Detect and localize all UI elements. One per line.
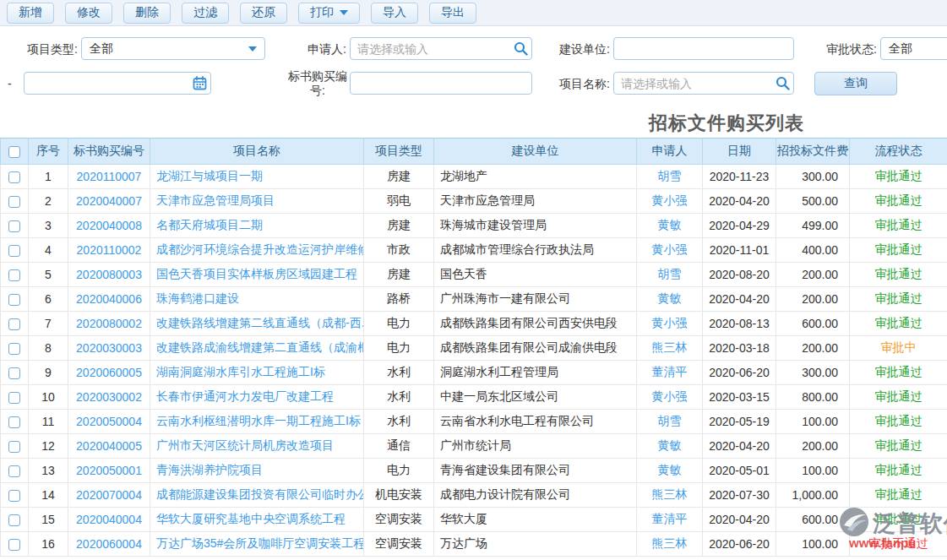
applicant-link[interactable]: 黄小强 xyxy=(652,242,688,256)
toolbar-button[interactable]: 过滤 xyxy=(182,3,229,24)
applicant-cell: 黄小强 xyxy=(637,189,703,214)
approval-status-select[interactable]: 全部 xyxy=(880,37,947,60)
bid-purchase-code-link[interactable]: 2020040004 xyxy=(76,513,142,526)
project-name-link[interactable]: 华软大厦研究基地中央空调系统工程 xyxy=(156,512,346,525)
toolbar-button[interactable]: 导出 xyxy=(429,3,476,24)
applicant-link[interactable]: 黄小强 xyxy=(652,193,688,207)
bid-purchase-code-link[interactable]: 2020040005 xyxy=(76,439,142,453)
row-checkbox[interactable] xyxy=(8,514,20,526)
status-badge: 审批通过 xyxy=(875,463,923,476)
project-name-link[interactable]: 龙湖江与城项目一期 xyxy=(156,169,263,182)
construction-unit-cell: 成都铁路集团有限公司西安供电段 xyxy=(434,312,637,336)
bid-purchase-code-link[interactable]: 2020060004 xyxy=(76,537,142,551)
applicant-link[interactable]: 胡雪 xyxy=(658,414,682,427)
bid-purchase-code-link[interactable]: 2020050001 xyxy=(76,464,142,477)
row-checkbox[interactable] xyxy=(8,441,20,453)
project-name-link[interactable]: 长春市伊通河水力发电厂改建工程 xyxy=(156,389,334,403)
row-checkbox[interactable] xyxy=(8,490,20,502)
applicant-link[interactable]: 胡雪 xyxy=(658,169,682,182)
project-name-link[interactable]: 青海洪湖养护院项目 xyxy=(156,463,263,476)
project-name-link[interactable]: 广州市天河区统计局机房改造项目 xyxy=(156,438,334,452)
row-checkbox[interactable] xyxy=(8,367,20,379)
search-icon[interactable] xyxy=(771,76,793,90)
toolbar-button[interactable]: 新增 xyxy=(7,3,54,24)
applicant-link[interactable]: 黄小强 xyxy=(652,389,688,403)
bid-purchase-code-link[interactable]: 2020080003 xyxy=(76,268,142,281)
query-button[interactable]: 查询 xyxy=(814,72,897,95)
project-name-link[interactable]: 天津市应急管理局项目 xyxy=(156,193,275,207)
applicant-link[interactable]: 黄小强 xyxy=(652,316,688,329)
row-checkbox[interactable] xyxy=(8,318,20,330)
bid-purchase-code-link[interactable]: 2020040006 xyxy=(76,292,142,306)
bid-purchase-code-link[interactable]: 2020110002 xyxy=(77,243,142,257)
row-checkbox[interactable] xyxy=(8,343,20,355)
fee-cell: 300.00 xyxy=(776,361,850,385)
search-icon[interactable] xyxy=(509,41,531,56)
bid-purchase-code-link[interactable]: 2020040007 xyxy=(76,194,142,208)
applicant-link[interactable]: 胡雪 xyxy=(658,267,682,280)
date-input[interactable] xyxy=(24,73,188,94)
bid-purchase-no-input[interactable] xyxy=(351,73,531,94)
project-name-link[interactable]: 湖南洞庭湖水库引水工程施工I标 xyxy=(156,365,325,378)
construction-unit-cell: 成都城市管理综合行政执法局 xyxy=(434,238,637,263)
project-name-link[interactable]: 万达广场35#会所及咖啡厅空调安装工程 xyxy=(156,536,364,550)
applicant-link[interactable]: 董清平 xyxy=(652,512,688,525)
applicant-link[interactable]: 熊三林 xyxy=(652,536,688,550)
row-checkbox[interactable] xyxy=(8,539,20,551)
project-name-cell: 改建铁路成渝线增建第二直通线（成渝枢... xyxy=(150,336,364,361)
select-all-header-cell xyxy=(1,139,29,165)
page-title: 招标文件购买列表 xyxy=(591,111,862,136)
toolbar-button[interactable]: 还原 xyxy=(240,3,287,24)
project-name-link[interactable]: 云南水利枢纽潜明水库一期工程施工I标 xyxy=(156,414,361,427)
project-name-link[interactable]: 成都能源建设集团投资有限公司临时办公... xyxy=(156,487,364,501)
construction-unit-cell: 广州珠海市一建有限公司 xyxy=(434,287,637,312)
bid-purchase-code-link[interactable]: 2020030003 xyxy=(76,341,142,355)
toolbar-button[interactable]: 导入 xyxy=(371,3,418,24)
calendar-icon[interactable] xyxy=(188,76,210,90)
row-checkbox[interactable] xyxy=(8,220,20,232)
project-name-link[interactable]: 国色天香项目实体样板房区域园建工程 xyxy=(156,267,357,280)
applicant-link[interactable]: 黄敏 xyxy=(658,463,682,476)
bid-purchase-code-link[interactable]: 2020030002 xyxy=(76,390,142,404)
project-name-input[interactable] xyxy=(614,73,771,94)
toolbar-button[interactable]: 删除 xyxy=(123,3,171,24)
applicant-link[interactable]: 董清平 xyxy=(652,365,688,378)
project-name-link[interactable]: 改建铁路线增建第二线直通线（成都-西... xyxy=(156,316,364,329)
project-type-select[interactable]: 全部 xyxy=(81,37,265,60)
applicant-link[interactable]: 黄敏 xyxy=(658,218,682,231)
row-checkbox[interactable] xyxy=(8,294,20,306)
project-name-link[interactable]: 名都天府城项目二期 xyxy=(156,218,263,231)
row-checkbox[interactable] xyxy=(8,196,20,208)
project-name-link[interactable]: 改建铁路成渝线增建第二直通线（成渝枢... xyxy=(156,340,364,354)
fee-cell: 400.00 xyxy=(776,238,850,263)
applicant-link[interactable]: 熊三林 xyxy=(652,340,688,354)
row-checkbox[interactable] xyxy=(8,465,20,477)
toolbar-button[interactable]: 打印 xyxy=(298,3,360,24)
select-all-checkbox[interactable] xyxy=(8,146,20,158)
construction-unit-input[interactable] xyxy=(614,38,793,59)
table-row: 52020080003国色天香项目实体样板房区域园建工程房建国色天香胡雪2020… xyxy=(1,263,947,287)
status-badge: 审批通过 xyxy=(875,218,923,231)
project-name-link[interactable]: 珠海鹤港口建设 xyxy=(156,291,239,305)
applicant-link[interactable]: 熊三林 xyxy=(652,487,688,501)
bid-purchase-code-cell: 2020040007 xyxy=(68,189,150,214)
bid-purchase-code-link[interactable]: 2020080002 xyxy=(76,317,142,330)
bid-purchase-code-link[interactable]: 2020040008 xyxy=(76,219,142,232)
row-checkbox[interactable] xyxy=(8,171,20,183)
bid-purchase-code-link[interactable]: 2020070004 xyxy=(76,488,142,502)
applicant-input[interactable] xyxy=(351,38,509,59)
applicant-link[interactable]: 黄敏 xyxy=(658,291,682,305)
toolbar-button[interactable]: 修改 xyxy=(65,3,112,24)
project-name-link[interactable]: 成都沙河环境综合提升改造运河护岸维修... xyxy=(156,242,364,256)
row-checkbox[interactable] xyxy=(8,416,20,428)
column-header: 建设单位 xyxy=(434,139,637,165)
bid-purchase-code-link[interactable]: 2020050004 xyxy=(76,415,142,428)
row-checkbox[interactable] xyxy=(8,269,20,281)
row-checkbox[interactable] xyxy=(8,392,20,404)
construction-unit-cell: 龙湖地产 xyxy=(434,165,637,189)
bid-purchase-code-link[interactable]: 2020110007 xyxy=(77,170,142,183)
bid-purchase-code-cell: 2020060004 xyxy=(68,532,150,557)
bid-purchase-code-link[interactable]: 2020060005 xyxy=(76,366,142,379)
applicant-link[interactable]: 黄敏 xyxy=(658,438,682,452)
row-checkbox[interactable] xyxy=(8,245,20,257)
